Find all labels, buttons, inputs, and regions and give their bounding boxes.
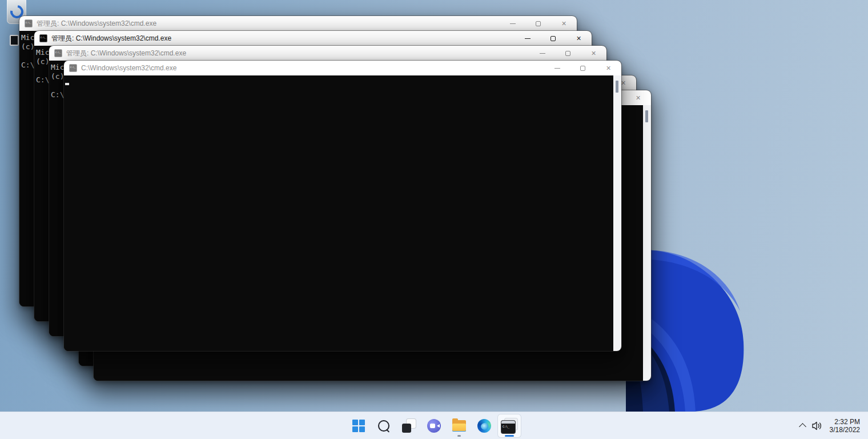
chat-icon (427, 419, 441, 433)
cmd-taskbar-icon: C:\_ (501, 418, 517, 433)
chat-button[interactable] (423, 414, 445, 437)
taskbar: C:\_ 2:32 PM 3/18/2022 (0, 412, 868, 439)
active-indicator (505, 435, 514, 437)
cmd-app-icon: C:\_ (39, 34, 47, 42)
start-button[interactable] (347, 414, 370, 437)
cmd-window-4: C:\_ C:\Windows\system32\cmd.exe × (64, 61, 621, 351)
maximize-icon (536, 21, 541, 26)
window-title: 管理员: C:\Windows\system32\cmd.exe (37, 19, 500, 29)
minimize-icon (540, 53, 545, 54)
window-titlebar[interactable]: C:\_ 管理员: C:\Windows\system32\cmd.exe × (34, 31, 592, 46)
maximize-button[interactable] (540, 31, 566, 46)
system-tray: 2:32 PM 3/18/2022 (800, 412, 868, 439)
window-title: 管理员: C:\Windows\system32\cmd.exe (66, 49, 529, 58)
cmd-icon-text: C:\_ (501, 424, 515, 428)
minimize-icon (554, 68, 560, 69)
maximize-icon (550, 36, 556, 41)
close-icon: × (621, 79, 625, 87)
cmd-app-icon: C:\_ (25, 19, 33, 27)
volume-icon[interactable] (812, 421, 823, 430)
close-icon: × (606, 64, 610, 72)
window-titlebar[interactable]: C:\_ 管理员: C:\Windows\system32\cmd.exe × (49, 46, 606, 61)
task-view-icon (402, 419, 416, 433)
close-icon: × (591, 49, 596, 57)
window-controls: × (515, 31, 592, 46)
window-title: C:\Windows\system32\cmd.exe (81, 64, 544, 72)
window-titlebar[interactable]: C:\_ 管理员: C:\Windows\system32\cmd.exe × (19, 16, 577, 31)
minimize-icon (510, 23, 516, 24)
desktop: C:\_ 管理员: C:\Windows\system32\cmd.exe × … (0, 0, 868, 439)
file-explorer-icon (452, 420, 466, 432)
search-button[interactable] (372, 414, 395, 437)
minimize-button[interactable] (515, 31, 540, 46)
tray-chevron-up-icon[interactable] (799, 423, 806, 430)
clock-time: 2:32 PM (830, 418, 860, 426)
file-explorer-button[interactable] (448, 414, 471, 437)
close-button[interactable]: × (566, 31, 592, 46)
maximize-button[interactable] (555, 46, 581, 61)
scrollbar-thumb[interactable] (616, 81, 618, 93)
window-controls: × (500, 16, 577, 31)
terminal-cursor (65, 83, 69, 85)
terminal-body[interactable] (64, 75, 621, 351)
window-controls: × (544, 61, 621, 75)
minimize-button[interactable] (500, 16, 525, 31)
maximize-button[interactable] (570, 61, 596, 75)
cmd-app-icon: C:\_ (54, 49, 62, 57)
maximize-button[interactable] (525, 16, 551, 31)
close-icon: × (561, 19, 566, 27)
minimize-icon (525, 38, 531, 39)
maximize-icon (580, 66, 585, 71)
close-button[interactable]: × (581, 46, 606, 61)
terminal-button[interactable]: C:\_ (498, 414, 521, 437)
terminal-scrollbar[interactable] (613, 75, 621, 351)
search-icon (378, 420, 389, 432)
clock[interactable]: 2:32 PM 3/18/2022 (830, 418, 860, 434)
window-title: 管理员: C:\Windows\system32\cmd.exe (51, 34, 515, 43)
minimize-button[interactable] (529, 46, 555, 61)
edge-icon (477, 419, 491, 433)
window-controls: × (529, 46, 606, 61)
edge-button[interactable] (473, 414, 496, 437)
window-layer: C:\_ 管理员: C:\Windows\system32\cmd.exe × … (0, 0, 868, 439)
maximize-icon (565, 51, 570, 56)
terminal-scrollbar[interactable] (643, 105, 651, 381)
close-button[interactable]: × (551, 16, 577, 31)
task-view-button[interactable] (397, 414, 420, 437)
taskbar-center: C:\_ (347, 412, 521, 439)
close-icon: × (576, 34, 581, 42)
window-titlebar[interactable]: C:\_ C:\Windows\system32\cmd.exe × (64, 61, 621, 75)
cmd-app-icon: C:\_ (69, 64, 77, 72)
clock-date: 3/18/2022 (830, 426, 860, 434)
windows-logo-icon (352, 420, 365, 432)
minimize-button[interactable] (544, 61, 570, 75)
running-indicator (457, 435, 461, 437)
close-button[interactable]: × (596, 61, 621, 75)
close-button[interactable]: × (625, 90, 651, 105)
scrollbar-thumb[interactable] (645, 110, 648, 122)
close-icon: × (636, 94, 640, 102)
